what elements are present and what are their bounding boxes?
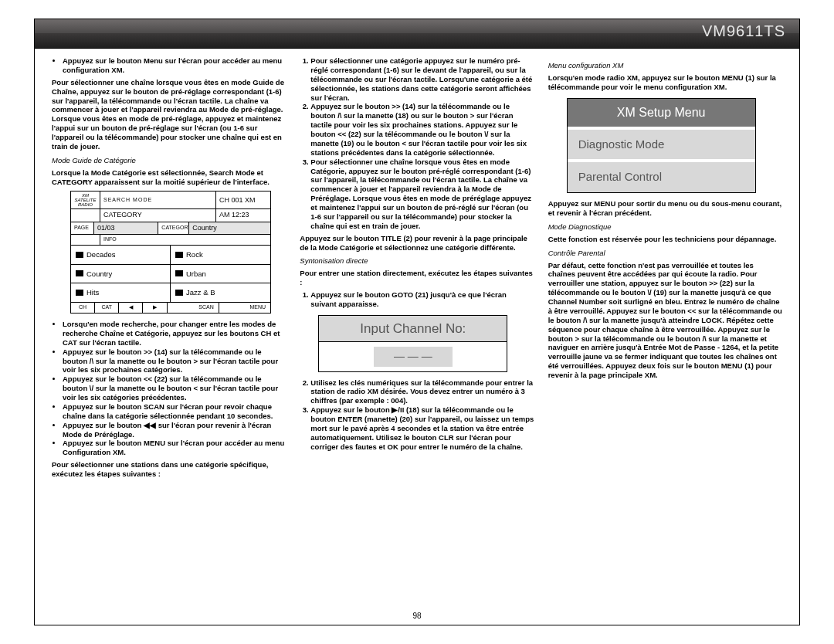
c1-b4: Appuyez sur le bouton << (22) sur la tél… bbox=[63, 375, 286, 402]
folder-icon bbox=[175, 270, 183, 276]
folder-icon bbox=[76, 252, 83, 258]
dr-folder: Rock bbox=[171, 246, 270, 265]
c3-p4: Par défaut, cette fonction n'est pas ver… bbox=[548, 261, 782, 380]
c2-o5: Utilisez les clés numériques sur la télé… bbox=[310, 378, 534, 406]
dr-page-lbl: PAGE bbox=[71, 222, 94, 234]
dr-btn-ch: CH bbox=[71, 303, 95, 313]
c1-b5: Appuyez sur le bouton SCAN sur l'écran p… bbox=[63, 402, 286, 421]
dr-category: CATEGORY bbox=[100, 209, 216, 221]
c2-p1: Appuyez sur le bouton TITLE (2) pour rev… bbox=[300, 234, 534, 253]
c1-b6: Appuyez sur le bouton ◀◀ sur l'écran pou… bbox=[63, 421, 286, 439]
dr-btn-cat: CAT bbox=[95, 303, 119, 313]
c2-o1: Pour sélectionner une catégorie appuyez … bbox=[310, 56, 534, 102]
dr-cat-lbl: CATEGORY bbox=[158, 222, 189, 234]
c1-b3: Appuyez sur le bouton >> (14) sur la tél… bbox=[63, 347, 286, 375]
dr-folder: Jazz & B bbox=[171, 283, 270, 302]
dr-page-val: 01/03 bbox=[94, 222, 158, 234]
setup-menu-diagram: XM Setup Menu Diagnostic Mode Parental C… bbox=[567, 98, 756, 194]
c2-o2: Appuyez sur le bouton >> (14) sur la tél… bbox=[310, 102, 534, 157]
c2-o4: Appuyez sur le bouton GOTO (21) jusqu'à … bbox=[310, 290, 534, 309]
c3-p2: Appuyez sur MENU pour sortir du menu ou … bbox=[548, 199, 782, 218]
dr-btn-scan: SCAN bbox=[168, 303, 219, 313]
dr-logo: XM SATELITE RADIO bbox=[71, 192, 100, 208]
c3-p3: Cette fonction est réservée pour les tec… bbox=[548, 235, 782, 244]
dr-folder-grid: Decades Rock Country Urban Hits Jazz & B bbox=[71, 246, 270, 303]
c3-sec3: Contrôle Parental bbox=[548, 249, 782, 258]
radio-diagram: XM SATELITE RADIO SEARCH MODE CH 001 XM … bbox=[70, 191, 271, 314]
input-channel-diagram: Input Channel No: — — — bbox=[318, 315, 507, 372]
dr-info: INFO bbox=[100, 235, 270, 245]
folder-icon bbox=[76, 290, 83, 296]
dr-search: SEARCH MODE bbox=[100, 192, 216, 208]
setup-title: XM Setup Menu bbox=[568, 99, 755, 127]
input-field: — — — bbox=[374, 347, 453, 367]
header-band: VM9611TS bbox=[35, 19, 799, 49]
dr-cat-val: Country bbox=[189, 222, 270, 234]
c1-para3: Pour sélectionner une stations dans une … bbox=[52, 460, 286, 479]
dr-folder: Urban bbox=[171, 265, 270, 284]
page-frame: VM9611TS Appuyez sur le bouton Menu sur … bbox=[34, 19, 800, 625]
c1-para2: Lorsque la Mode Catégorie est sélectionn… bbox=[52, 168, 286, 187]
folder-icon bbox=[76, 270, 83, 276]
c2-p2: Pour entrer une station directement, exé… bbox=[300, 269, 534, 287]
c3-p1: Lorsqu'en mode radio XM, appuyez sur le … bbox=[548, 73, 782, 92]
setup-item-parental: Parental Control bbox=[568, 159, 755, 192]
product-id: VM9611TS bbox=[702, 22, 785, 40]
folder-icon bbox=[175, 252, 183, 258]
c1-bullet1: Appuyez sur le bouton Menu sur l'écran p… bbox=[63, 56, 286, 75]
c1-b2: Lorsqu'en mode recherche, pour changer e… bbox=[63, 320, 286, 347]
folder-icon bbox=[175, 290, 183, 296]
c1-para1: Pour sélectionner une chaîne lorsque vou… bbox=[52, 78, 286, 151]
setup-item-diag: Diagnostic Mode bbox=[568, 127, 755, 160]
c3-sec2: Mode Diagnostique bbox=[548, 222, 782, 232]
content-columns: Appuyez sur le bouton Menu sur l'écran p… bbox=[52, 56, 782, 609]
dr-folder: Hits bbox=[71, 283, 171, 302]
dr-buttons: CH CAT ◀ ▶ SCAN MENU bbox=[71, 303, 270, 313]
dr-folder: Country bbox=[71, 265, 171, 284]
c2-o3: Pour sélectionner une chaîne lorsque vou… bbox=[310, 158, 534, 231]
c3-sec1: Menu configuration XM bbox=[548, 61, 782, 70]
c2-o6: Appuyez sur le bouton ▶/II (18) sur la t… bbox=[310, 405, 534, 451]
dr-folder: Decades bbox=[71, 246, 171, 265]
page-number: 98 bbox=[35, 612, 799, 620]
dr-time: AM 12:23 bbox=[216, 209, 270, 221]
c2-sec-label: Syntonisation directe bbox=[300, 256, 534, 266]
dr-btn-menu: MENU bbox=[219, 303, 270, 313]
c1-sec-label: Mode Guide de Catégorie bbox=[52, 156, 286, 165]
input-title: Input Channel No: bbox=[319, 316, 507, 342]
c1-b7: Appuyez sur le bouton MENU sur l'écran p… bbox=[63, 439, 286, 457]
dr-ch: CH 001 XM bbox=[216, 192, 270, 208]
dr-btn-right: ▶ bbox=[143, 303, 167, 313]
dr-btn-left: ◀ bbox=[119, 303, 143, 313]
